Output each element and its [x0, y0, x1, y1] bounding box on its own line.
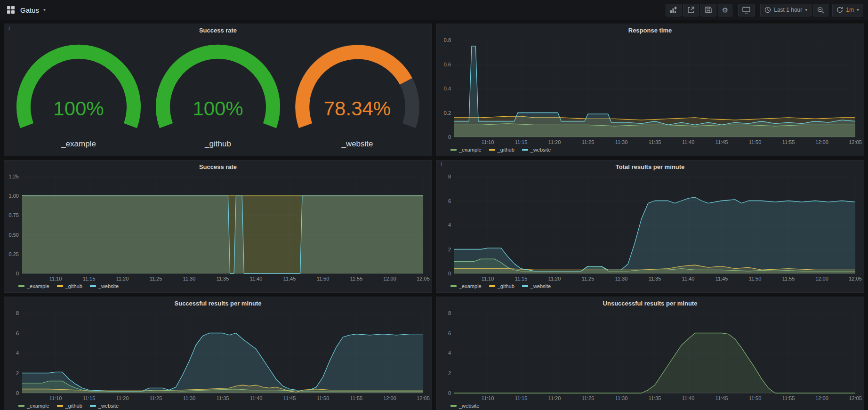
panel-header: Total results per minute: [436, 161, 864, 173]
legend-label: _example: [27, 283, 49, 289]
panel-title[interactable]: Success rate: [199, 27, 237, 34]
legend-item-_website[interactable]: _website: [90, 283, 119, 289]
legend-swatch: [57, 285, 63, 287]
gauge-label: _website: [341, 139, 373, 149]
legend-item-_github[interactable]: _github: [57, 283, 82, 289]
gear-icon: ⚙: [722, 7, 728, 14]
x-axis-tick-label: 11:35: [217, 276, 229, 281]
panel-success-rate-gauges: i Success rate 100% _example 100% _githu…: [4, 24, 432, 156]
x-axis-tick-label: 12:00: [815, 276, 828, 281]
panel-title[interactable]: Response time: [628, 27, 672, 34]
series-area-_website: [454, 197, 855, 273]
legend-item-_website[interactable]: _website: [522, 147, 551, 153]
gauge-_example: 100% _example: [10, 44, 147, 149]
legend-label: _github: [498, 147, 514, 153]
refresh-icon: [836, 7, 843, 13]
legend-item-_example[interactable]: _example: [450, 283, 482, 289]
legend-label: _example: [27, 403, 49, 409]
x-axis-tick-label: 12:00: [383, 276, 396, 281]
legend-item-_github[interactable]: _github: [57, 403, 82, 409]
panel-title[interactable]: Unsuccessful results per minute: [603, 300, 698, 307]
legend-label: _website: [98, 403, 119, 409]
x-axis-tick-label: 11:50: [749, 276, 762, 281]
legend-item-_website[interactable]: _website: [522, 283, 551, 289]
save-button[interactable]: [700, 4, 716, 16]
y-axis-tick-label: 0.6: [444, 62, 451, 67]
legend-swatch: [18, 405, 24, 407]
chart-legend: _example_github_website: [436, 145, 864, 156]
series-area-_website: [22, 333, 423, 394]
panel-header: Unsuccessful results per minute: [436, 297, 864, 309]
unsuccessful-results-chart[interactable]: 0246811:1011:1511:2011:2511:3011:3511:40…: [436, 309, 864, 402]
legend-label: _example: [459, 147, 482, 153]
x-axis-tick-label: 11:25: [150, 395, 162, 401]
add-panel-button[interactable]: [666, 4, 682, 16]
panel-total-results-per-minute: i Total results per minute 0246811:1011:…: [436, 160, 864, 293]
legend-swatch: [450, 149, 457, 151]
settings-button[interactable]: ⚙: [718, 4, 732, 16]
x-axis-tick-label: 11:40: [250, 276, 263, 281]
x-axis-tick-label: 11:40: [682, 276, 695, 281]
share-button[interactable]: [683, 4, 699, 16]
time-range-picker[interactable]: Last 1 hour ▾: [760, 4, 812, 16]
legend-item-_github[interactable]: _github: [489, 283, 514, 289]
legend-item-_github[interactable]: _github: [489, 147, 514, 153]
gauge-value: 100%: [53, 97, 104, 120]
y-axis-tick-label: 4: [448, 222, 451, 228]
x-axis-tick-label: 11:15: [83, 276, 96, 281]
x-axis-tick-label: 11:20: [116, 276, 129, 281]
success-rate-chart[interactable]: 00.250.500.751.001.2511:1011:1511:2011:2…: [4, 173, 432, 282]
apps-menu-button[interactable]: [6, 5, 16, 15]
y-axis-tick-label: 2: [448, 370, 451, 376]
y-axis-tick-label: 4: [16, 350, 19, 356]
y-axis-tick-label: 0: [448, 390, 451, 396]
legend-item-_website[interactable]: _website: [90, 403, 119, 409]
x-axis-tick-label: 11:45: [283, 276, 296, 281]
legend-swatch: [522, 149, 528, 151]
legend-item-_example[interactable]: _example: [450, 147, 482, 153]
gauge-value: 100%: [193, 97, 243, 120]
panel-info-icon[interactable]: i: [438, 161, 445, 168]
successful-results-chart[interactable]: 0246811:1011:1511:2011:2511:3011:3511:40…: [4, 309, 432, 402]
x-axis-tick-label: 12:00: [383, 395, 396, 401]
x-axis-tick-label: 11:30: [615, 276, 628, 281]
x-axis-tick-label: 11:20: [548, 395, 561, 401]
legend-swatch: [489, 285, 495, 287]
panel-title[interactable]: Successful results per minute: [175, 300, 262, 307]
y-axis-tick-label: 0.8: [444, 37, 451, 43]
gauge-label: _example: [61, 139, 96, 149]
x-axis-tick-label: 11:55: [782, 395, 795, 401]
legend-item-_example[interactable]: _example: [18, 403, 49, 409]
legend-swatch: [450, 405, 457, 407]
x-axis-tick-label: 11:55: [350, 276, 363, 281]
x-axis-tick-label: 12:05: [849, 276, 862, 281]
navbar-right: ⚙ Last 1 hour ▾: [666, 4, 863, 16]
add-panel-icon: [670, 6, 677, 14]
chart-svg: 0246811:1011:1511:2011:2511:3011:3511:40…: [436, 309, 864, 402]
y-axis-tick-label: 8: [448, 174, 451, 179]
response-time-chart[interactable]: 00.20.40.60.811:1011:1511:2011:2511:3011…: [436, 36, 864, 145]
panel-info-icon[interactable]: i: [6, 24, 13, 32]
y-axis-tick-label: 0.25: [9, 251, 19, 257]
total-results-chart[interactable]: 0246811:1011:1511:2011:2511:3011:3511:40…: [436, 173, 864, 282]
panel-success-rate-timeseries: Success rate 00.250.500.751.001.2511:101…: [4, 160, 432, 293]
x-axis-tick-label: 11:40: [682, 139, 695, 145]
legend-label: _github: [65, 403, 82, 409]
x-axis-tick-label: 11:45: [715, 139, 728, 145]
x-axis-tick-label: 12:00: [815, 139, 828, 145]
panel-title[interactable]: Total results per minute: [616, 163, 684, 170]
dashboard-title[interactable]: Gatus: [20, 6, 39, 14]
zoom-out-button[interactable]: [813, 4, 828, 16]
y-axis-tick-label: 2: [16, 370, 19, 376]
dashboard-title-caret-icon[interactable]: ▾: [43, 8, 46, 12]
cycle-view-button[interactable]: [738, 4, 755, 16]
panel-title[interactable]: Success rate: [199, 163, 237, 170]
refresh-button[interactable]: 1m ▾: [832, 4, 863, 16]
x-axis-tick-label: 11:50: [317, 276, 330, 281]
x-axis-tick-label: 11:30: [615, 395, 628, 401]
legend-swatch: [450, 285, 457, 287]
monitor-icon: [742, 7, 750, 14]
legend-item-_example[interactable]: _example: [18, 283, 49, 289]
panel-unsuccessful-results-per-minute: Unsuccessful results per minute 0246811:…: [436, 297, 864, 410]
legend-item-_website[interactable]: _website: [450, 403, 479, 409]
